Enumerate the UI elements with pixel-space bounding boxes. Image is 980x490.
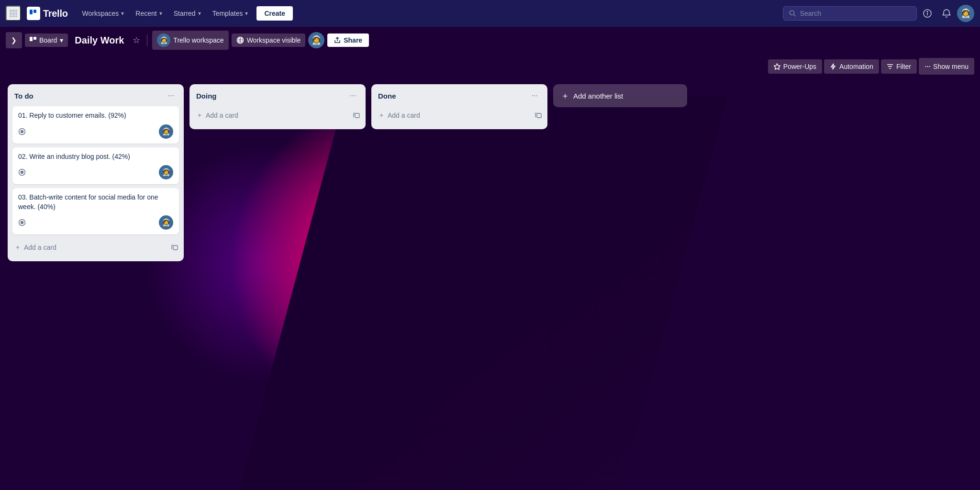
workspace-avatar: 🧑‍🚀 [157, 33, 170, 47]
info-icon [923, 9, 932, 18]
board-icon [30, 37, 36, 44]
workspaces-label: Workspaces [82, 10, 119, 17]
doing-template-button[interactable] [353, 111, 361, 119]
search-input[interactable] [800, 10, 911, 17]
filter-button[interactable]: Filter [881, 59, 917, 74]
svg-rect-5 [15, 12, 17, 15]
filter-label: Filter [896, 63, 911, 70]
svg-rect-6 [10, 15, 12, 17]
create-button[interactable]: Create [256, 6, 293, 21]
card-2-title: 02. Write an industry blog post. (42%) [18, 152, 173, 162]
list-todo-title: To do [14, 92, 165, 100]
doing-add-card-row: ＋ Add a card [194, 106, 361, 124]
svg-rect-4 [12, 12, 15, 15]
templates-label: Templates [212, 10, 243, 17]
watch-icon [18, 128, 26, 135]
card-1-title: 01. Reply to customer emails. (92%) [18, 111, 173, 121]
add-list-button[interactable]: ＋ Add another list [553, 84, 687, 107]
list-doing-title: Doing [196, 92, 347, 100]
user-avatar[interactable]: 🧑‍🚀 [957, 5, 974, 22]
recent-menu-button[interactable]: Recent ▾ [131, 7, 167, 20]
card-1-icons [18, 128, 26, 135]
list-todo-menu-button[interactable]: ··· [165, 90, 177, 101]
list-done-menu-button[interactable]: ··· [529, 90, 541, 101]
todo-add-card-button[interactable]: ＋ Add a card [12, 240, 171, 255]
trello-logo[interactable]: Trello [23, 4, 72, 23]
board-title[interactable]: Daily Work [71, 33, 128, 48]
list-doing: Doing ··· ＋ Add a card [189, 84, 366, 129]
lightning-icon [830, 63, 836, 70]
svg-point-29 [21, 171, 23, 174]
doing-add-card-label: Add a card [206, 111, 238, 119]
board-view-button[interactable]: Board ▾ [25, 33, 68, 47]
workspaces-chevron: ▾ [121, 10, 124, 17]
header-divider [147, 34, 147, 46]
share-button[interactable]: Share [327, 33, 369, 47]
card-3-footer: 🧑‍🚀 [18, 215, 173, 230]
automation-button[interactable]: Automation [824, 59, 879, 74]
workspace-button[interactable]: 🧑‍🚀 Trello workspace [152, 31, 228, 50]
toolbar-right: Power-Ups Automation Filter ··· Show men… [768, 58, 974, 75]
board-view-chevron: ▾ [60, 36, 63, 44]
card-2[interactable]: 02. Write an industry blog post. (42%) 🧑… [12, 147, 179, 185]
done-add-card-button[interactable]: ＋ Add a card [376, 108, 535, 122]
svg-rect-34 [537, 113, 541, 118]
share-icon [334, 37, 341, 44]
powerups-icon [774, 63, 780, 70]
svg-rect-33 [355, 113, 359, 118]
board-content: To do ··· 01. Reply to customer emails. … [0, 78, 980, 267]
svg-rect-17 [33, 37, 36, 40]
sidebar-toggle-button[interactable]: ❯ [6, 32, 22, 48]
list-doing-menu-button[interactable]: ··· [347, 90, 359, 101]
svg-rect-0 [10, 10, 12, 12]
visibility-button[interactable]: Workspace visible [232, 33, 306, 47]
doing-add-card-button[interactable]: ＋ Add a card [194, 108, 353, 122]
templates-chevron: ▾ [245, 10, 248, 17]
card-3-avatar: 🧑‍🚀 [159, 215, 173, 230]
visibility-label: Workspace visible [247, 36, 301, 44]
show-menu-button[interactable]: ··· Show menu [919, 58, 974, 75]
search-bar[interactable] [783, 6, 917, 21]
templates-menu-button[interactable]: Templates ▾ [208, 7, 253, 20]
trello-text: Trello [43, 8, 68, 19]
powerups-button[interactable]: Power-Ups [768, 59, 822, 74]
card-1[interactable]: 01. Reply to customer emails. (92%) 🧑‍🚀 [12, 106, 179, 144]
board-header: ❯ Board ▾ Daily Work ☆ 🧑‍🚀 Trello worksp… [0, 27, 980, 54]
card-3-title: 03. Batch-write content for social media… [18, 193, 173, 212]
starred-chevron: ▾ [198, 10, 201, 17]
workspaces-menu-button[interactable]: Workspaces ▾ [78, 7, 129, 20]
board-member-avatar[interactable]: 🧑‍🚀 [308, 32, 324, 48]
search-icon [789, 10, 796, 17]
card-3[interactable]: 03. Batch-write content for social media… [12, 188, 179, 234]
svg-rect-9 [30, 10, 33, 14]
done-template-button[interactable] [535, 111, 543, 119]
list-doing-header: Doing ··· [194, 89, 361, 102]
starred-menu-button[interactable]: Starred ▾ [169, 7, 206, 20]
recent-label: Recent [135, 10, 156, 17]
watch-icon-3 [18, 219, 26, 226]
recent-chevron: ▾ [159, 10, 162, 17]
filter-icon [887, 63, 893, 70]
list-done-title: Done [378, 92, 529, 100]
done-add-card-row: ＋ Add a card [376, 106, 543, 124]
card-2-footer: 🧑‍🚀 [18, 165, 173, 179]
todo-add-card-label: Add a card [24, 244, 56, 251]
list-todo-header: To do ··· [12, 89, 179, 102]
list-done: Done ··· ＋ Add a card [371, 84, 547, 129]
apps-menu-button[interactable] [6, 6, 21, 21]
svg-point-27 [21, 130, 23, 133]
notifications-button[interactable] [938, 5, 955, 22]
svg-rect-10 [33, 10, 36, 13]
info-button[interactable] [919, 5, 936, 22]
todo-template-button[interactable] [171, 244, 179, 251]
card-2-icons [18, 168, 26, 176]
copy-icon-doing [353, 111, 361, 119]
list-todo: To do ··· 01. Reply to customer emails. … [8, 84, 184, 261]
board-view-label: Board [39, 36, 57, 44]
svg-point-11 [790, 11, 794, 15]
add-list-label: Add another list [573, 92, 623, 100]
card-1-footer: 🧑‍🚀 [18, 124, 173, 139]
top-navbar: Trello Workspaces ▾ Recent ▾ Starred ▾ T… [0, 0, 980, 27]
star-button[interactable]: ☆ [131, 33, 142, 47]
card-1-avatar: 🧑‍🚀 [159, 124, 173, 139]
